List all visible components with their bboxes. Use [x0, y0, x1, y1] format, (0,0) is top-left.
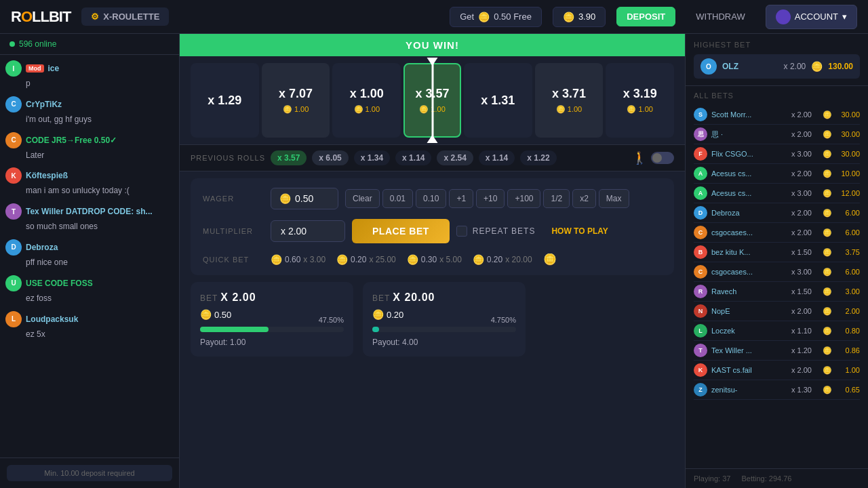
bl-mult: x 1.30: [791, 386, 818, 394]
roll-badge[interactable]: x 3.57: [271, 150, 307, 165]
username: CODE JR5→Free 0.50✓: [26, 136, 117, 145]
clear-btn[interactable]: Clear: [345, 189, 380, 208]
wager-plus10-btn[interactable]: +10: [476, 189, 505, 208]
highest-bet-title: HIGHEST BET: [694, 41, 860, 49]
username: Loudpacksuk: [26, 314, 78, 324]
place-bet-button[interactable]: PLACE BET: [352, 219, 450, 243]
account-avatar: [776, 9, 791, 24]
chat-user: C CrYpTiKz: [5, 96, 174, 113]
quick-bet-label: QUICK BET: [203, 256, 264, 264]
quick-bet-item[interactable]: 🪙 0.30 x 5.00: [407, 254, 462, 265]
multiplier-value: x 2.00: [281, 226, 307, 237]
multiplier-label: MULTIPLIER: [203, 227, 264, 235]
roulette-icon: ⚙: [91, 12, 99, 22]
quick-bet-item[interactable]: 🪙 0.60 x 3.00: [271, 254, 326, 265]
how-to-play-link[interactable]: HOW TO PLAY: [551, 226, 608, 236]
coin-icon: 🪙: [478, 12, 490, 22]
bl-mult: x 1.50: [791, 248, 818, 256]
multiplier-input[interactable]: x 2.00: [271, 220, 345, 242]
wager-double-btn[interactable]: x2: [572, 189, 596, 208]
wager-max-btn[interactable]: Max: [599, 189, 629, 208]
wager-plus1-btn[interactable]: +1: [449, 189, 473, 208]
sidebar-footer: Min. 10.00 deposit required: [0, 458, 179, 488]
withdraw-button[interactable]: WITHDRAW: [686, 7, 754, 26]
bl-amount: 12.00: [836, 189, 860, 197]
repeat-bets-checkbox[interactable]: [456, 226, 467, 237]
bl-name: Debroza: [711, 209, 787, 217]
roll-badge[interactable]: x 1.14: [479, 150, 515, 165]
chat-user: C CODE JR5→Free 0.50✓: [5, 132, 174, 148]
chat-user: K Köftespieß: [5, 167, 174, 184]
cell-coin: 🪙 1.00: [283, 105, 309, 114]
chat-text: ez 5x: [5, 329, 174, 340]
bl-amount: 3.75: [836, 248, 860, 256]
roulette-cell: x 3.19 🪙 1.00: [606, 63, 674, 138]
toggle-switch[interactable]: [651, 152, 674, 164]
bl-name: Acesus cs...: [711, 169, 787, 178]
roll-badge[interactable]: x 1.22: [520, 150, 556, 165]
bl-mult: x 2.00: [791, 209, 818, 217]
bl-mult: x 2.00: [791, 169, 818, 178]
logo[interactable]: ROLLBIT: [11, 8, 71, 26]
wager-btns: Clear 0.01 0.10 +1 +10 +100 1/2 x2 Max: [345, 189, 629, 208]
quick-bet-item[interactable]: 🪙 0.20 x 20.00: [473, 254, 532, 265]
bl-amount: 30.00: [836, 110, 860, 119]
roll-badge[interactable]: x 6.05: [312, 150, 348, 165]
active-cell-wrapper: x 3.57 🪙 1.00: [403, 63, 461, 138]
bl-amount: 30.00: [836, 150, 860, 158]
bl-name: Scott Morr...: [711, 110, 787, 119]
list-item: C CODE JR5→Free 0.50✓ Later: [5, 132, 174, 161]
username: Köftespieß: [26, 171, 68, 180]
avatar: N: [694, 304, 707, 318]
roll-badge[interactable]: x 1.34: [354, 150, 390, 165]
qb-coin-icon: 🪙: [407, 254, 418, 265]
roll-badge[interactable]: x 1.14: [395, 150, 431, 165]
auto-spin-toggle[interactable]: 🚶: [632, 150, 674, 165]
payout-label: Payout:: [372, 338, 400, 347]
get-label: Get: [460, 12, 474, 22]
chat-messages[interactable]: I Mod ice p C CrYpTiKz i'm out, gg hf gu…: [0, 55, 179, 458]
free-offer-btn[interactable]: Get 🪙 0.50 Free: [450, 7, 542, 27]
bl-amount: 0.86: [836, 346, 860, 354]
avatar: D: [694, 206, 707, 220]
bl-mult: x 3.00: [791, 150, 818, 158]
wager-plus100-btn[interactable]: +100: [507, 189, 540, 208]
wager-001-btn[interactable]: 0.01: [382, 189, 413, 208]
quick-bet-item[interactable]: 🪙 0.20 x 25.00: [336, 254, 396, 265]
qb-coin: 0.60: [285, 255, 300, 264]
game-title[interactable]: ⚙ X-ROULETTE: [81, 7, 169, 26]
roll-badge[interactable]: x 2.54: [437, 150, 473, 165]
balance-coin-icon: 🪙: [563, 12, 574, 22]
avatar: F: [694, 147, 707, 161]
avatar: C: [694, 265, 707, 279]
qb-coin: 0.20: [351, 255, 366, 264]
chat-text: p: [5, 78, 174, 89]
toggle-knob: [652, 153, 662, 163]
wager-half-btn[interactable]: 1/2: [543, 189, 570, 208]
bl-coin-icon: 🪙: [823, 366, 832, 375]
chat-user: I Mod ice: [5, 60, 174, 77]
wager-value: 0.50: [295, 193, 313, 204]
avatar: L: [694, 324, 707, 338]
payout-row: Payout: 4.00: [372, 338, 516, 347]
roulette-area: x 1.29 x 7.07 🪙 1.00 x 1.00 🪙 1.00 x 3.5…: [180, 56, 685, 144]
table-row: L Loczek x 1.10 🪙 0.80: [694, 321, 860, 341]
chat-user: T Tex Willer DATDROP CODE: sh...: [5, 203, 174, 220]
avatar: K: [694, 363, 707, 377]
wager-input[interactable]: 🪙 0.50: [271, 188, 338, 209]
chat-text: pff nice one: [5, 257, 174, 268]
roulette-cell: x 7.07 🪙 1.00: [262, 63, 330, 138]
mult-value: x 3.71: [552, 87, 586, 101]
progress-label: 47.50%: [319, 316, 344, 324]
bet-cards: BETx 2.00 🪙 0.50 47.50% Payout: 1.00 BET…: [180, 282, 685, 363]
bl-amount: 6.00: [836, 228, 860, 237]
table-row: S Scott Morr... x 2.00 🪙 30.00: [694, 105, 860, 125]
bl-coin-icon: 🪙: [823, 228, 832, 237]
add-quick-bet-icon[interactable]: 🪙: [543, 253, 557, 266]
mult-value: x 1.29: [208, 94, 241, 108]
deposit-button[interactable]: DEPOSIT: [616, 7, 675, 26]
account-btn[interactable]: ACCOUNT ▾: [766, 5, 857, 29]
avatar: B: [694, 245, 707, 259]
wager-010-btn[interactable]: 0.10: [416, 189, 446, 208]
bl-amount: 1.00: [836, 366, 860, 374]
